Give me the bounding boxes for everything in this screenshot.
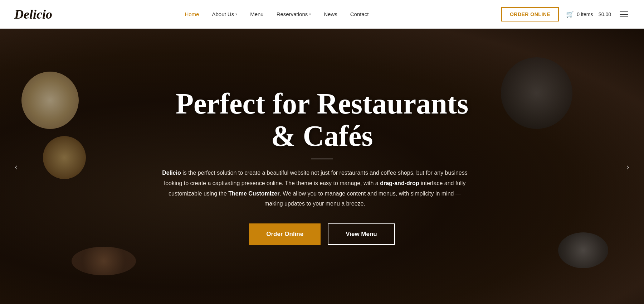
decorative-bowl: [43, 136, 86, 179]
cart-label: 0 items – $0.00: [577, 11, 611, 17]
nav-item-about[interactable]: About Us ▾: [212, 11, 237, 17]
hero-buttons: Order Online View Menu: [161, 223, 483, 245]
hamburger-menu[interactable]: [618, 10, 630, 19]
hamburger-line: [620, 14, 628, 15]
main-nav: Home About Us ▾ Menu Reservations ▾ News…: [185, 11, 369, 17]
hero-divider: [311, 159, 333, 159]
carousel-prev-button[interactable]: ‹: [7, 158, 25, 175]
hero-bold1: drag-and-drop: [380, 180, 419, 186]
hero-menu-button[interactable]: View Menu: [328, 223, 395, 245]
chevron-down-icon: ▾: [309, 12, 311, 16]
decorative-plate: [21, 72, 79, 129]
cart-icon: 🛒: [566, 10, 574, 18]
decorative-pan: [501, 57, 572, 129]
cart-area[interactable]: 🛒 0 items – $0.00: [566, 10, 611, 18]
hero-section: ‹ Perfect for Restaurants & Cafés Delici…: [0, 29, 644, 304]
hero-brand-bold: Delicio: [162, 170, 181, 176]
hero-description: Delicio is the perfect solution to creat…: [161, 168, 469, 209]
nav-item-menu[interactable]: Menu: [250, 11, 264, 17]
decorative-pan2: [558, 232, 608, 268]
chevron-down-icon: ▾: [235, 12, 237, 16]
nav-item-home[interactable]: Home: [185, 11, 199, 17]
hamburger-line: [620, 16, 628, 17]
chevron-right-icon: ›: [626, 161, 629, 172]
nav-item-news[interactable]: News: [324, 11, 337, 17]
nav-item-reservations[interactable]: Reservations ▾: [277, 11, 311, 17]
hero-bold2: Theme Customizer: [228, 190, 279, 197]
carousel-next-button[interactable]: ›: [619, 158, 637, 175]
site-logo[interactable]: Delicio: [14, 7, 52, 22]
hero-order-button[interactable]: Order Online: [249, 223, 321, 245]
hero-content: Perfect for Restaurants & Cafés Delicio …: [147, 88, 497, 245]
nav-item-contact[interactable]: Contact: [350, 11, 369, 17]
chevron-left-icon: ‹: [14, 161, 18, 172]
order-online-button[interactable]: ORDER ONLINE: [501, 7, 559, 21]
hamburger-line: [620, 11, 628, 12]
decorative-bowl2: [72, 247, 136, 275]
header: Delicio Home About Us ▾ Menu Reservation…: [0, 0, 644, 29]
header-right: ORDER ONLINE 🛒 0 items – $0.00: [501, 7, 630, 21]
hero-title: Perfect for Restaurants & Cafés: [161, 88, 483, 152]
